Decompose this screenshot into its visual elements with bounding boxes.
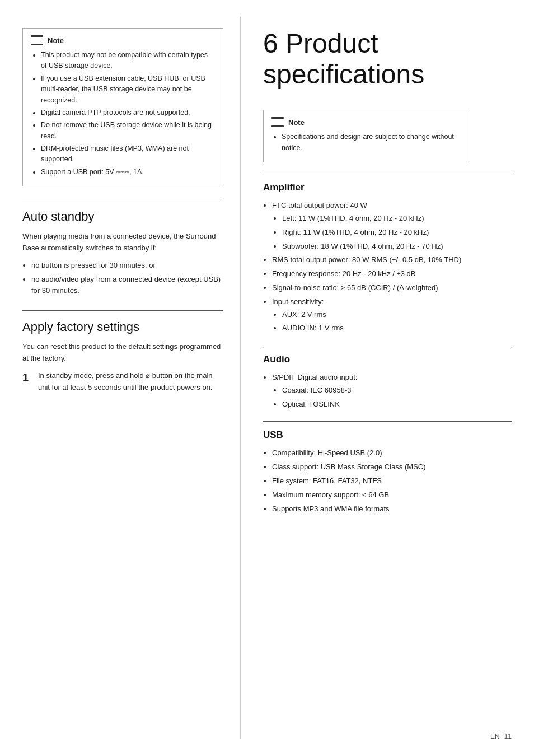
audio-list: S/PDIF Digital audio input: Coaxial: IEC… xyxy=(263,372,512,410)
footer-page: 11 xyxy=(504,732,512,740)
factory-settings-steps: 1 In standby mode, press and hold ⌀ butt… xyxy=(22,370,223,394)
auto-standby-intro: When playing media from a connected devi… xyxy=(22,231,223,254)
right-column: 6 Productspecifications Note Specificati… xyxy=(241,17,534,739)
auto-standby-body: When playing media from a connected devi… xyxy=(22,231,223,297)
chapter-title-text: Productspecifications xyxy=(263,29,424,89)
note-icon-right xyxy=(271,117,284,127)
list-item: DRM-protected music files (MP3, WMA) are… xyxy=(41,143,215,165)
chapter-number: 6 xyxy=(263,29,278,58)
factory-settings-title: Apply factory settings xyxy=(22,320,223,334)
amplifier-title: Amplifier xyxy=(263,182,512,193)
list-item: Left: 11 W (1%THD, 4 ohm, 20 Hz - 20 kHz… xyxy=(282,213,512,225)
list-item: no button is pressed for 30 minutes, or xyxy=(31,260,223,272)
list-item: Frequency response: 20 Hz - 20 kHz / ±3 … xyxy=(272,268,512,280)
amp-item-0-text: FTC total output power: 40 W xyxy=(272,201,367,209)
footer-content: EN 11 xyxy=(490,732,512,740)
list-item: Optical: TOSLINK xyxy=(282,399,512,410)
list-item: Coaxial: IEC 60958-3 xyxy=(282,385,512,396)
amp-sub-4: AUX: 2 V rms AUDIO IN: 1 V rms xyxy=(272,309,512,335)
usb-list: Compatibility: Hi-Speed USB (2.0) Class … xyxy=(263,447,512,515)
audio-section: Audio S/PDIF Digital audio input: Coaxia… xyxy=(263,346,512,410)
auto-standby-title: Auto standby xyxy=(22,209,223,224)
factory-settings-body: You can reset this product to the defaul… xyxy=(22,341,223,393)
amplifier-section: Amplifier FTC total output power: 40 W L… xyxy=(263,174,512,334)
audio-item-0-text: S/PDIF Digital audio input: xyxy=(272,373,357,381)
list-item: Maximum memory support: < 64 GB xyxy=(272,489,512,501)
list-item: S/PDIF Digital audio input: Coaxial: IEC… xyxy=(272,372,512,410)
auto-standby-list: no button is pressed for 30 minutes, or … xyxy=(22,260,223,297)
audio-title: Audio xyxy=(263,354,512,365)
left-column: Note This product may not be compatible … xyxy=(0,17,241,739)
step-number-1: 1 xyxy=(22,370,38,385)
list-item: Compatibility: Hi-Speed USB (2.0) xyxy=(272,447,512,459)
note-header: Note xyxy=(31,35,215,45)
note-list-right: Specifications and design are subject to… xyxy=(271,132,462,153)
list-item: File system: FAT16, FAT32, NTFS xyxy=(272,475,512,487)
note-box-usb: Note This product may not be compatible … xyxy=(22,28,223,186)
list-item: Input sensitivity: AUX: 2 V rms AUDIO IN… xyxy=(272,296,512,334)
footer-lang: EN xyxy=(490,732,500,740)
step-text-1: In standby mode, press and hold ⌀ button… xyxy=(38,370,223,394)
list-item: This product may not be compatible with … xyxy=(41,50,215,72)
list-item: RMS total output power: 80 W RMS (+/- 0.… xyxy=(272,254,512,266)
list-item: Specifications and design are subject to… xyxy=(282,132,462,153)
note-header-right: Note xyxy=(271,117,462,127)
list-item: If you use a USB extension cable, USB HU… xyxy=(41,73,215,106)
list-item: Class support: USB Mass Storage Class (M… xyxy=(272,461,512,473)
list-item: Supports MP3 and WMA file formats xyxy=(272,503,512,515)
note-label: Note xyxy=(48,36,64,45)
list-item: Right: 11 W (1%THD, 4 ohm, 20 Hz - 20 kH… xyxy=(282,227,512,239)
list-item: Do not remove the USB storage device whi… xyxy=(41,120,215,142)
amp-sub-0: Left: 11 W (1%THD, 4 ohm, 20 Hz - 20 kHz… xyxy=(272,213,512,252)
note-box-specs: Note Specifications and design are subje… xyxy=(263,110,470,162)
factory-step-1: 1 In standby mode, press and hold ⌀ butt… xyxy=(22,370,223,394)
note-list: This product may not be compatible with … xyxy=(31,50,215,178)
usb-section: USB Compatibility: Hi-Speed USB (2.0) Cl… xyxy=(263,421,512,515)
audio-sub-0: Coaxial: IEC 60958-3 Optical: TOSLINK xyxy=(272,385,512,410)
list-item: Subwoofer: 18 W (1%THD, 4 ohm, 20 Hz - 7… xyxy=(282,241,512,253)
auto-standby-section: Auto standby When playing media from a c… xyxy=(22,200,223,297)
factory-settings-intro: You can reset this product to the defaul… xyxy=(22,341,223,365)
note-icon xyxy=(31,35,43,45)
list-item: Signal-to-noise ratio: > 65 dB (CCIR) / … xyxy=(272,282,512,294)
amp-item-4-text: Input sensitivity: xyxy=(272,297,324,306)
factory-settings-section: Apply factory settings You can reset thi… xyxy=(22,310,223,393)
list-item: no audio/video play from a connected dev… xyxy=(31,274,223,297)
amplifier-list: FTC total output power: 40 W Left: 11 W … xyxy=(263,200,512,334)
list-item: FTC total output power: 40 W Left: 11 W … xyxy=(272,200,512,252)
list-item: AUX: 2 V rms xyxy=(282,309,512,321)
chapter-heading: 6 Productspecifications xyxy=(263,28,512,94)
page-footer: EN 11 xyxy=(490,732,512,740)
note-label-right: Note xyxy=(288,118,305,127)
list-item: Digital camera PTP protocols are not sup… xyxy=(41,108,215,118)
chapter-title: 6 Productspecifications xyxy=(263,28,512,90)
list-item: AUDIO IN: 1 V rms xyxy=(282,323,512,334)
list-item: Support a USB port: 5V ⎓⎓⎓, 1A. xyxy=(41,167,215,178)
usb-title: USB xyxy=(263,430,512,441)
